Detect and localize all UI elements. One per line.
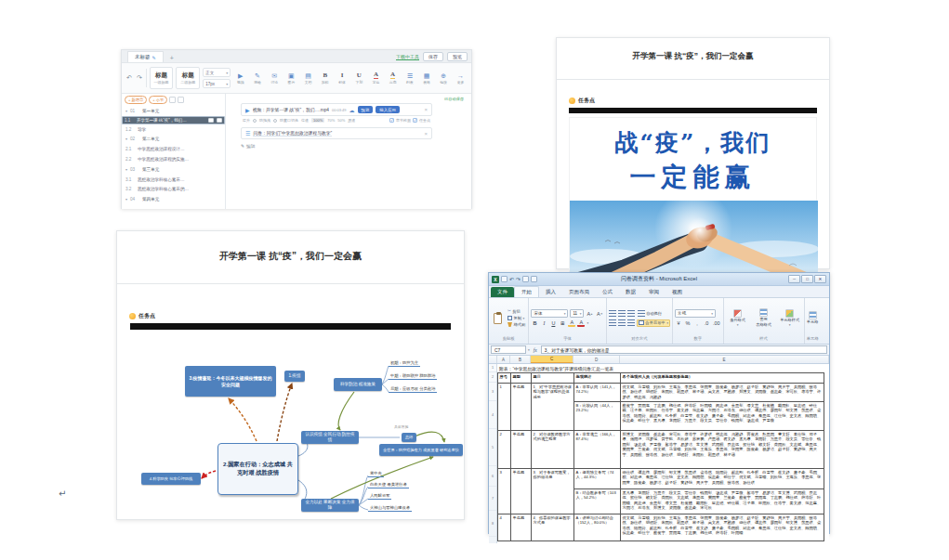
list-button[interactable]: ☰列表 [402,66,416,90]
tab-view[interactable]: 视图 [666,287,689,297]
mindmap-node-world[interactable]: 全世界：防控措施有力 成效显著 研究速度快 [379,444,463,456]
table-row[interactable]: 4 单选题 4、你喜欢的课堂教学方式是 A：讲授与讨论相结合（152人，80.0… [498,514,824,541]
header-cell[interactable]: 各个选项的人员（只填单选题和多选题） [621,373,824,383]
mindmap-subnode[interactable]: 总结 [402,433,416,442]
mindmap-node-effort[interactable]: 全力以赴 果断决策 全力保障 [301,499,359,512]
outline-chapter[interactable]: ▾04第四单元 [122,194,225,204]
font-size-select[interactable]: 17px ▾ [203,79,231,88]
select-all-corner[interactable] [489,356,497,363]
speed-70[interactable]: 70% [327,118,335,123]
insert-cells-button[interactable]: 单元格 [807,300,819,336]
outline-item[interactable]: 3.1思想政治学科核心素养… [122,175,225,185]
save-button[interactable]: 保存 [423,52,443,61]
format-painter-button[interactable]: 格式刷 [507,322,526,328]
outline-chapter[interactable]: ▾01第一单元 [122,106,225,116]
speed-original[interactable]: 原速 [348,118,355,123]
mindmap-leaf[interactable]: 党中央 [368,471,384,477]
tab-review[interactable]: 审阅 [642,287,666,297]
table-button[interactable]: ▦表格 [419,66,433,90]
currency-button[interactable]: ¥ [675,319,682,327]
row-header[interactable]: 4 [489,401,496,429]
tab-file[interactable]: 文件 [491,287,514,297]
column-header-d[interactable]: D [573,356,620,363]
mindmap-node-awareness[interactable]: 认识疫情 全民行动 防控疫情 [301,431,359,444]
row-header[interactable]: 8 [489,511,496,537]
tab-insert[interactable]: 插入 [539,287,562,297]
merge-center-button[interactable]: 合并后居中▾ [637,319,670,327]
align-bottom-icon[interactable] [627,310,635,317]
undo-icon[interactable]: ↶ [125,74,133,82]
mindmap-leaf[interactable]: 人民解放军 [368,493,391,500]
checkbox-checked-icon[interactable]: ✓ [413,118,417,123]
column-header-e[interactable]: E [620,356,829,363]
percent-button[interactable]: % [684,319,692,327]
preview-button[interactable]: 预览 [447,52,468,61]
column-header-c-active[interactable]: C [531,356,573,363]
font-size-select[interactable]: 11▾ [570,309,584,318]
increase-decimal-button[interactable]: .0 [703,319,710,327]
comma-button[interactable]: , [693,319,701,327]
heading1-button[interactable]: 标题 一级标题 [150,67,174,89]
column-header-a[interactable]: A [497,356,510,363]
excel-title-bar[interactable]: X ↶ ↷ 问卷调查资料 - Microsoft Excel ─ □ ✕ [489,273,829,286]
mindmap-leaf[interactable]: 白衣天使 最美逆行者 [368,482,409,488]
italic-button[interactable]: I [540,319,547,327]
column-header-b[interactable]: B [510,356,531,363]
row-header[interactable]: 3 [489,383,496,401]
row-header[interactable]: 5 [489,429,496,466]
format-as-table-button[interactable]: 套用表格格式 [752,300,776,336]
table-row[interactable]: 2 单选题 2、对任课教师教学方式的满意程度 A：非常满意（166人，87.4%… [498,431,824,469]
shrink-font-button[interactable]: A▼ [596,310,604,318]
more-tools-button[interactable]: →更多 [454,66,468,90]
insert-document-button[interactable]: ▤文档 [301,66,315,90]
outline-item[interactable]: 2.1中学思想政治课程设计… [122,144,225,154]
header-cell[interactable]: 题型 [511,373,532,383]
editor-tab[interactable]: 未标题 ✎ [127,51,164,62]
copy-button[interactable]: 复制▾ [507,316,526,321]
insert-video-button[interactable]: ▶视频 [233,66,247,90]
conditional-formatting-button[interactable]: 条件格式▾ [726,300,750,336]
video-card[interactable]: ▶ 视频：开学第一课 战“疫”，我们….mp4 00:03:49 ☁ 预览 插入… [241,103,432,116]
underline-button[interactable]: U下划 [352,66,366,90]
row-header[interactable]: 7 [489,487,496,511]
video-insert-button[interactable]: 插入应用 [376,106,400,113]
speed-100[interactable]: 100% [311,118,324,123]
tab-formulas[interactable]: 公式 [596,287,619,297]
fill-color-button[interactable]: A [568,319,575,327]
highlight-button[interactable]: A高亮 [386,66,400,90]
paste-button[interactable] [491,300,505,336]
insert-quiz-button[interactable]: ✎测验 [250,66,264,90]
number-format-select[interactable]: 常规▾ [675,309,716,318]
radio-icon[interactable] [273,119,277,123]
italic-button[interactable]: I斜体 [335,66,349,90]
borders-button[interactable]: ⊞ [559,319,566,327]
decrease-decimal-button[interactable]: .00 [712,319,721,327]
mindmap-node-1[interactable]: 1.疫情 [284,371,305,382]
grow-font-button[interactable]: A▲ [586,310,594,318]
outline-item[interactable]: 3.2思想政治学科核心素养的… [122,185,225,195]
outline-item[interactable]: 2.2中学思想政治课程的实施… [122,154,225,164]
maximize-button[interactable]: □ [801,275,813,283]
align-center-icon[interactable] [618,319,626,326]
mindmap-node-measures[interactable]: 科学防治 精准施策 [334,378,382,391]
add-chapter-button[interactable]: + 新增章 [125,96,147,104]
close-button[interactable]: ✕ [814,275,826,283]
table-row[interactable]: 3 单选题 3、对于备课写教案，你的做法是 A：提前独立备写（74人，44.3%… [498,469,824,514]
wrap-text-button[interactable]: 自动换行 [637,310,664,318]
row-header[interactable]: 2 [489,372,496,383]
link-button[interactable]: ⊕链接 [437,66,451,90]
align-top-icon[interactable] [609,310,616,317]
cell-styles-button[interactable]: 单元格样式▾ [778,300,802,336]
row-header[interactable]: 1 [489,364,496,372]
tab-data[interactable]: 数据 [619,287,642,297]
underline-button[interactable]: U [549,319,557,327]
font-color-button[interactable]: A [577,319,585,327]
row-header[interactable]: 6 [489,466,496,487]
speed-50[interactable]: 50% [337,118,345,123]
mindmap-leaf[interactable]: 初期：防控为主 [389,360,420,367]
redo-icon[interactable]: ↷ [136,74,143,82]
mindmap-node-4[interactable]: 4.科学防疫 筑牢心理防线 [141,473,201,485]
outline-chapter[interactable]: ▾02第二单元 [122,135,225,145]
tab-home[interactable]: 开始 [514,286,539,297]
outline-item[interactable]: 1.2导学 [122,124,225,135]
